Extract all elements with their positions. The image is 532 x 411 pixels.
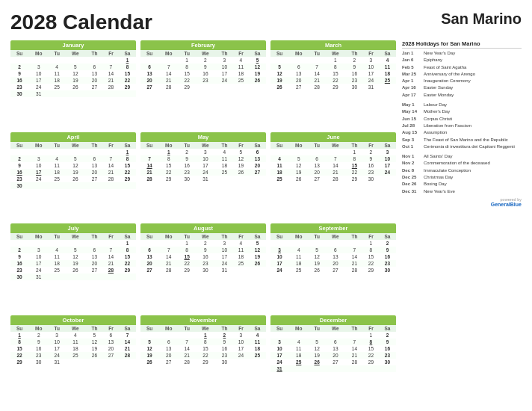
day-cell: 16 [216,345,233,352]
day-cell: 12 [288,162,309,169]
day-header-su: Su [140,50,158,57]
holiday-date: Aug 15 [402,130,421,136]
day-cell: 23 [10,176,28,182]
day-cell: 10 [49,339,65,345]
holiday-date: Nov 2 [402,161,421,167]
day-cell: 20 [158,352,179,359]
day-cell: 13 [103,339,119,345]
day-cell: 1 [10,332,28,339]
day-cell: 17 [216,253,233,260]
day-cell [49,149,65,155]
day-header-sa: Sa [379,233,396,240]
day-cell: 18 [49,77,65,84]
day-cell: 25 [233,77,249,84]
day-cell: 17 [270,260,288,267]
day-cell [195,84,216,90]
day-cell: 21 [103,260,119,267]
day-cell: 12 [233,155,249,162]
day-cell [233,267,249,274]
day-cell: 8 [158,155,179,162]
day-cell: 15 [195,345,216,352]
day-cell: 18 [379,70,396,77]
day-cell: 17 [195,162,216,169]
day-cell: 18 [249,345,266,352]
day-cell: 17 [216,70,233,77]
day-cell [270,149,288,155]
month-header-may: May [140,132,266,142]
day-cell: 30 [179,176,195,182]
day-cell: 13 [325,345,346,352]
day-cell: 6 [325,247,346,253]
day-cell: 27 [288,84,309,90]
day-cell: 6 [158,339,179,345]
day-cell: 14 [119,339,136,345]
holiday-entry: Nov 1All Saints' Day [402,154,522,160]
day-cell: 5 [288,155,309,162]
day-cell: 6 [249,149,266,155]
day-cell: 23 [195,260,216,267]
day-cell: 28 [158,267,179,274]
day-cell: 25 [49,176,65,182]
day-cell: 19 [249,253,266,260]
day-cell: 25 [270,176,288,182]
day-cell: 12 [86,339,103,345]
day-cell: 27 [309,176,325,182]
day-cell: 26 [86,352,103,359]
day-cell [158,332,179,339]
day-cell: 21 [158,260,179,267]
day-header-th: Th [346,233,363,240]
day-cell: 21 [119,345,136,352]
day-cell: 10 [270,345,288,352]
holiday-date: Apr 17 [402,93,421,99]
day-cell: 13 [86,162,103,169]
holiday-date: Apr 16 [402,85,421,91]
day-cell: 23 [10,267,28,274]
day-cell: 14 [158,70,179,77]
holiday-name: Feast of Saint Agatha [424,65,466,71]
day-header-fr: Fr [103,233,119,240]
day-cell: 27 [140,84,158,90]
holiday-date: Jan 6 [402,58,421,64]
day-cell: 1 [119,57,136,64]
holiday-date: Jul 28 [402,123,421,129]
day-cell: 16 [10,77,28,84]
day-cell: 20 [86,77,103,84]
day-cell: 16 [195,70,216,77]
day-cell: 26 [249,260,266,267]
day-header-su: Su [10,142,28,149]
day-cell: 4 [49,64,65,70]
day-cell: 4 [288,339,309,345]
day-cell [49,57,65,64]
day-cell: 16 [379,253,396,260]
day-cell [65,240,86,247]
day-cell: 27 [140,267,158,274]
month-july: JulySuMoTuWeThFrSa 123456789101112131415… [10,223,136,312]
day-cell: 12 [65,162,86,169]
day-header-sa: Sa [249,233,266,240]
month-table-february: SuMoTuWeThFrSa 1234567891011121314151617… [140,50,266,90]
day-header-su: Su [270,233,288,240]
day-header-mo: Mo [28,325,49,332]
day-cell: 24 [28,267,49,274]
day-cell: 24 [270,359,288,365]
holiday-entry: Nov 2Commemoration of the deceased [402,161,522,167]
day-cell: 1 [325,57,346,64]
day-cell: 31 [216,267,233,274]
day-cell [119,359,136,365]
day-cell: 7 [158,247,179,253]
day-cell: 29 [325,84,346,90]
month-table-april: SuMoTuWeThFrSa 1234567891011121314151617… [10,142,136,189]
day-header-we: We [325,233,346,240]
day-header-fr: Fr [233,50,249,57]
day-cell: 18 [49,169,65,176]
day-cell: 11 [379,64,396,70]
day-cell: 5 [233,149,249,155]
day-cell: 26 [65,84,86,90]
day-cell: 4 [249,332,266,339]
day-cell: 21 [140,169,158,176]
day-cell: 10 [28,162,49,169]
month-header-november: November [140,315,266,325]
day-cell: 8 [119,247,136,253]
day-cell: 29 [119,176,136,182]
day-header-th: Th [86,142,103,149]
